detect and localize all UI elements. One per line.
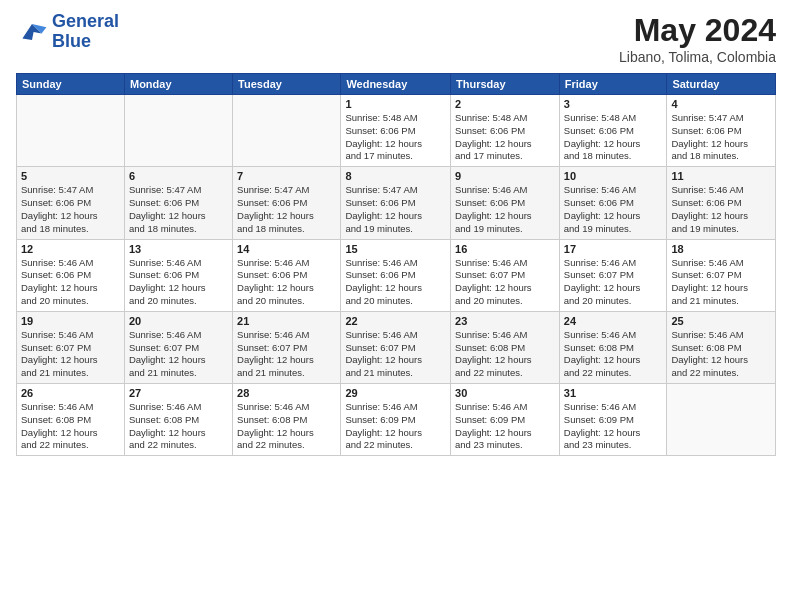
day-number: 19 [21, 315, 120, 327]
day-info: Sunrise: 5:46 AM Sunset: 6:08 PM Dayligh… [21, 401, 120, 452]
week-row-5: 26Sunrise: 5:46 AM Sunset: 6:08 PM Dayli… [17, 384, 776, 456]
day-number: 10 [564, 170, 663, 182]
day-info: Sunrise: 5:47 AM Sunset: 6:06 PM Dayligh… [345, 184, 446, 235]
day-number: 6 [129, 170, 228, 182]
day-info: Sunrise: 5:48 AM Sunset: 6:06 PM Dayligh… [345, 112, 446, 163]
day-info: Sunrise: 5:47 AM Sunset: 6:06 PM Dayligh… [21, 184, 120, 235]
calendar-cell [17, 95, 125, 167]
calendar-cell: 12Sunrise: 5:46 AM Sunset: 6:06 PM Dayli… [17, 239, 125, 311]
day-number: 22 [345, 315, 446, 327]
calendar-cell: 14Sunrise: 5:46 AM Sunset: 6:06 PM Dayli… [233, 239, 341, 311]
day-info: Sunrise: 5:46 AM Sunset: 6:07 PM Dayligh… [21, 329, 120, 380]
day-number: 4 [671, 98, 771, 110]
calendar-cell: 5Sunrise: 5:47 AM Sunset: 6:06 PM Daylig… [17, 167, 125, 239]
calendar-cell: 22Sunrise: 5:46 AM Sunset: 6:07 PM Dayli… [341, 311, 451, 383]
day-number: 24 [564, 315, 663, 327]
calendar-cell: 23Sunrise: 5:46 AM Sunset: 6:08 PM Dayli… [451, 311, 560, 383]
day-info: Sunrise: 5:46 AM Sunset: 6:06 PM Dayligh… [237, 257, 336, 308]
day-number: 20 [129, 315, 228, 327]
calendar-cell [124, 95, 232, 167]
day-number: 11 [671, 170, 771, 182]
calendar-cell: 27Sunrise: 5:46 AM Sunset: 6:08 PM Dayli… [124, 384, 232, 456]
calendar-cell: 26Sunrise: 5:46 AM Sunset: 6:08 PM Dayli… [17, 384, 125, 456]
calendar-cell [667, 384, 776, 456]
day-info: Sunrise: 5:46 AM Sunset: 6:06 PM Dayligh… [455, 184, 555, 235]
day-number: 29 [345, 387, 446, 399]
day-info: Sunrise: 5:46 AM Sunset: 6:06 PM Dayligh… [671, 184, 771, 235]
week-row-2: 5Sunrise: 5:47 AM Sunset: 6:06 PM Daylig… [17, 167, 776, 239]
day-info: Sunrise: 5:47 AM Sunset: 6:06 PM Dayligh… [671, 112, 771, 163]
calendar-cell: 13Sunrise: 5:46 AM Sunset: 6:06 PM Dayli… [124, 239, 232, 311]
weekday-header-wednesday: Wednesday [341, 74, 451, 95]
calendar-cell: 4Sunrise: 5:47 AM Sunset: 6:06 PM Daylig… [667, 95, 776, 167]
day-number: 14 [237, 243, 336, 255]
weekday-header-row: SundayMondayTuesdayWednesdayThursdayFrid… [17, 74, 776, 95]
day-number: 31 [564, 387, 663, 399]
day-number: 7 [237, 170, 336, 182]
day-info: Sunrise: 5:46 AM Sunset: 6:07 PM Dayligh… [564, 257, 663, 308]
day-number: 8 [345, 170, 446, 182]
day-number: 2 [455, 98, 555, 110]
weekday-header-saturday: Saturday [667, 74, 776, 95]
calendar-cell: 18Sunrise: 5:46 AM Sunset: 6:07 PM Dayli… [667, 239, 776, 311]
day-number: 30 [455, 387, 555, 399]
calendar-cell [233, 95, 341, 167]
day-number: 9 [455, 170, 555, 182]
week-row-4: 19Sunrise: 5:46 AM Sunset: 6:07 PM Dayli… [17, 311, 776, 383]
weekday-header-friday: Friday [559, 74, 667, 95]
day-info: Sunrise: 5:46 AM Sunset: 6:08 PM Dayligh… [564, 329, 663, 380]
week-row-1: 1Sunrise: 5:48 AM Sunset: 6:06 PM Daylig… [17, 95, 776, 167]
day-info: Sunrise: 5:46 AM Sunset: 6:07 PM Dayligh… [129, 329, 228, 380]
calendar-cell: 9Sunrise: 5:46 AM Sunset: 6:06 PM Daylig… [451, 167, 560, 239]
weekday-header-monday: Monday [124, 74, 232, 95]
month-year-title: May 2024 [619, 12, 776, 49]
day-number: 27 [129, 387, 228, 399]
day-info: Sunrise: 5:46 AM Sunset: 6:09 PM Dayligh… [564, 401, 663, 452]
day-number: 17 [564, 243, 663, 255]
day-number: 25 [671, 315, 771, 327]
day-info: Sunrise: 5:46 AM Sunset: 6:08 PM Dayligh… [455, 329, 555, 380]
calendar-cell: 25Sunrise: 5:46 AM Sunset: 6:08 PM Dayli… [667, 311, 776, 383]
day-number: 26 [21, 387, 120, 399]
calendar-cell: 20Sunrise: 5:46 AM Sunset: 6:07 PM Dayli… [124, 311, 232, 383]
calendar-cell: 16Sunrise: 5:46 AM Sunset: 6:07 PM Dayli… [451, 239, 560, 311]
calendar-cell: 2Sunrise: 5:48 AM Sunset: 6:06 PM Daylig… [451, 95, 560, 167]
day-number: 21 [237, 315, 336, 327]
page: General Blue May 2024 Libano, Tolima, Co… [0, 0, 792, 612]
day-info: Sunrise: 5:46 AM Sunset: 6:08 PM Dayligh… [237, 401, 336, 452]
logo-text: General Blue [52, 12, 119, 52]
day-info: Sunrise: 5:48 AM Sunset: 6:06 PM Dayligh… [455, 112, 555, 163]
weekday-header-thursday: Thursday [451, 74, 560, 95]
calendar-cell: 29Sunrise: 5:46 AM Sunset: 6:09 PM Dayli… [341, 384, 451, 456]
day-info: Sunrise: 5:46 AM Sunset: 6:06 PM Dayligh… [345, 257, 446, 308]
calendar-cell: 30Sunrise: 5:46 AM Sunset: 6:09 PM Dayli… [451, 384, 560, 456]
logo: General Blue [16, 12, 119, 52]
day-number: 15 [345, 243, 446, 255]
calendar-cell: 28Sunrise: 5:46 AM Sunset: 6:08 PM Dayli… [233, 384, 341, 456]
day-info: Sunrise: 5:46 AM Sunset: 6:06 PM Dayligh… [564, 184, 663, 235]
calendar-cell: 6Sunrise: 5:47 AM Sunset: 6:06 PM Daylig… [124, 167, 232, 239]
logo-icon [16, 16, 48, 48]
day-number: 28 [237, 387, 336, 399]
title-block: May 2024 Libano, Tolima, Colombia [619, 12, 776, 65]
calendar-cell: 19Sunrise: 5:46 AM Sunset: 6:07 PM Dayli… [17, 311, 125, 383]
day-info: Sunrise: 5:46 AM Sunset: 6:08 PM Dayligh… [671, 329, 771, 380]
day-info: Sunrise: 5:46 AM Sunset: 6:09 PM Dayligh… [345, 401, 446, 452]
day-info: Sunrise: 5:47 AM Sunset: 6:06 PM Dayligh… [129, 184, 228, 235]
day-number: 23 [455, 315, 555, 327]
calendar-cell: 11Sunrise: 5:46 AM Sunset: 6:06 PM Dayli… [667, 167, 776, 239]
day-number: 18 [671, 243, 771, 255]
header: General Blue May 2024 Libano, Tolima, Co… [16, 12, 776, 65]
day-info: Sunrise: 5:46 AM Sunset: 6:08 PM Dayligh… [129, 401, 228, 452]
calendar-cell: 17Sunrise: 5:46 AM Sunset: 6:07 PM Dayli… [559, 239, 667, 311]
day-info: Sunrise: 5:46 AM Sunset: 6:07 PM Dayligh… [237, 329, 336, 380]
calendar-cell: 1Sunrise: 5:48 AM Sunset: 6:06 PM Daylig… [341, 95, 451, 167]
calendar-cell: 31Sunrise: 5:46 AM Sunset: 6:09 PM Dayli… [559, 384, 667, 456]
calendar-cell: 24Sunrise: 5:46 AM Sunset: 6:08 PM Dayli… [559, 311, 667, 383]
day-number: 13 [129, 243, 228, 255]
calendar-cell: 21Sunrise: 5:46 AM Sunset: 6:07 PM Dayli… [233, 311, 341, 383]
day-number: 5 [21, 170, 120, 182]
weekday-header-sunday: Sunday [17, 74, 125, 95]
calendar-cell: 8Sunrise: 5:47 AM Sunset: 6:06 PM Daylig… [341, 167, 451, 239]
day-info: Sunrise: 5:47 AM Sunset: 6:06 PM Dayligh… [237, 184, 336, 235]
